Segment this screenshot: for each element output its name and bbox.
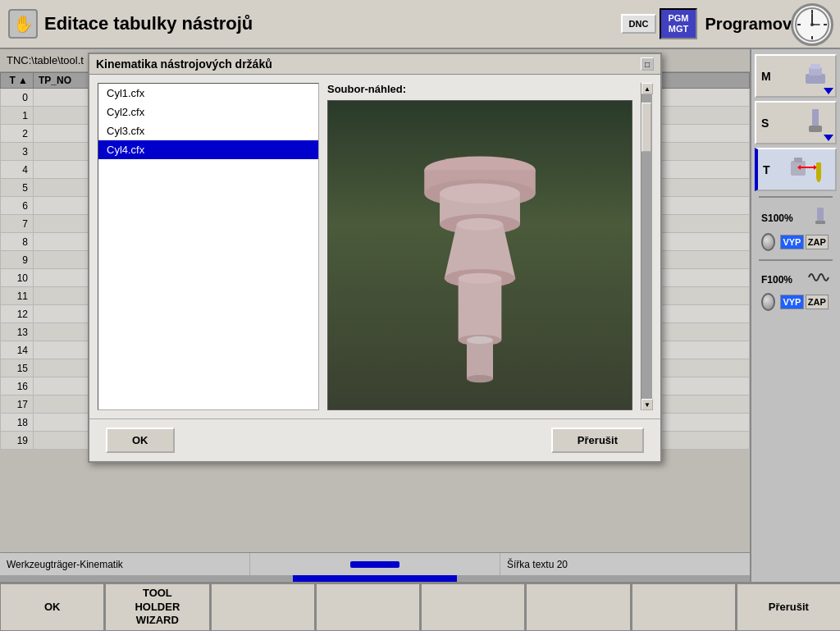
- m-button[interactable]: M: [755, 54, 837, 98]
- svg-rect-21: [817, 208, 824, 221]
- svg-point-36: [467, 375, 493, 382]
- progress-bar-fill: [293, 575, 457, 582]
- app-icon: ✋: [8, 9, 38, 39]
- dialog-titlebar: Kinematika nástrojových držáků □: [89, 54, 660, 75]
- svg-point-32: [459, 273, 502, 284]
- scroll-down-arrow[interactable]: ▼: [641, 399, 653, 410]
- kinematika-dialog: Kinematika nástrojových držáků □ Cyl1.cf…: [88, 53, 662, 463]
- top-bar: ✋ Editace tabulky nástrojů DNC PGMMGT Pr…: [0, 0, 840, 49]
- status-bar: Werkzeugträger-Kinematik Šířka textu 20: [0, 552, 750, 575]
- m-arrow: [824, 88, 833, 94]
- btn6: [526, 583, 631, 631]
- file-list-item[interactable]: Cyl3.cfx: [98, 121, 318, 140]
- s-arrow: [824, 135, 833, 141]
- t-button[interactable]: T: [755, 148, 837, 191]
- status-center: [250, 553, 500, 575]
- dialog-scrollbar: ▲ ▼: [641, 83, 652, 410]
- dialog-footer: OK Přerušit: [89, 418, 660, 461]
- bottom-toolbar: OKTOOLHOLDERWIZARDPřerušit: [0, 582, 840, 631]
- f100-label: F100%: [761, 274, 792, 286]
- prerusit-button[interactable]: Přerušit: [737, 583, 840, 631]
- status-right: Šířka textu 20: [500, 553, 750, 575]
- dialog-body: Cyl1.cfxCyl2.cfxCyl3.cfxCyl4.cfx Soubor-…: [89, 75, 660, 418]
- app-title: Editace tabulky nástrojů: [44, 13, 621, 34]
- right-panel: M S T: [750, 49, 840, 582]
- dialog-cancel-button[interactable]: Přerušit: [551, 428, 644, 453]
- divider2: [759, 259, 833, 261]
- svg-marker-20: [816, 179, 821, 182]
- s100-icon: [810, 206, 830, 230]
- scroll-thumb[interactable]: [641, 103, 651, 152]
- s-zap-toggle[interactable]: ZAP: [806, 235, 829, 249]
- m-label: M: [761, 70, 771, 83]
- pgmmgt-button[interactable]: PGMMGT: [660, 8, 696, 39]
- f100-area: F100% VYP ZAP: [755, 266, 837, 314]
- s100-knob[interactable]: [761, 233, 775, 251]
- svg-rect-19: [816, 162, 821, 179]
- tool-holder-3d: [406, 124, 554, 386]
- t-icon: [789, 153, 830, 186]
- dialog-close-button[interactable]: □: [641, 57, 654, 71]
- t-label: T: [763, 163, 770, 176]
- dialog-ok-button[interactable]: OK: [106, 428, 175, 453]
- file-list-item[interactable]: Cyl2.cfx: [98, 103, 318, 121]
- btn5: [421, 583, 526, 631]
- dialog-title: Kinematika nástrojových držáků: [96, 57, 272, 71]
- f-vyp-toggle[interactable]: VYP: [780, 295, 803, 309]
- btn7: [632, 583, 737, 631]
- svg-point-29: [457, 218, 503, 231]
- ok-button[interactable]: OK: [0, 583, 105, 631]
- svg-rect-14: [794, 158, 802, 162]
- svg-point-27: [440, 183, 520, 203]
- svg-rect-12: [809, 126, 822, 132]
- dnc-button[interactable]: DNC: [621, 14, 657, 34]
- scroll-up-arrow[interactable]: ▲: [641, 83, 653, 94]
- preview-label: Soubor-náhled:: [327, 83, 632, 95]
- s100-label: S100%: [761, 213, 793, 224]
- scroll-track: [641, 94, 652, 399]
- f100-knob[interactable]: [761, 293, 775, 311]
- svg-rect-11: [812, 109, 819, 126]
- clock: [791, 3, 833, 46]
- btn4: [316, 583, 421, 631]
- svg-point-7: [810, 23, 814, 26]
- divider1: [759, 196, 833, 198]
- dialog-overlay: Kinematika nástrojových držáků □ Cyl1.cf…: [0, 49, 750, 552]
- s-vyp-toggle[interactable]: VYP: [780, 235, 803, 249]
- svg-rect-31: [459, 278, 502, 340]
- s-label: S: [761, 117, 769, 130]
- preview-pane: Soubor-náhled:: [327, 83, 632, 410]
- pgm-buttons: DNC PGMMGT: [621, 8, 697, 39]
- file-list-item[interactable]: Cyl1.cfx: [98, 84, 318, 103]
- btn3: [211, 583, 316, 631]
- svg-rect-22: [815, 221, 825, 224]
- preview-canvas: [327, 100, 632, 410]
- f100-icon: [807, 269, 830, 290]
- s-button[interactable]: S: [755, 101, 837, 144]
- file-list-item[interactable]: Cyl4.cfx: [98, 140, 318, 159]
- file-list-pane: Cyl1.cfxCyl2.cfxCyl3.cfxCyl4.cfx: [98, 83, 319, 410]
- status-left: Werkzeugträger-Kinematik: [0, 553, 250, 575]
- svg-point-35: [467, 336, 493, 344]
- progress-bar-container: [0, 575, 750, 582]
- f-zap-toggle[interactable]: ZAP: [806, 295, 829, 309]
- svg-rect-10: [810, 64, 820, 69]
- tool-holder-wizard-button[interactable]: TOOLHOLDERWIZARD: [105, 583, 210, 631]
- s100-area: S100% VYP ZAP: [755, 203, 837, 254]
- svg-rect-34: [467, 341, 493, 379]
